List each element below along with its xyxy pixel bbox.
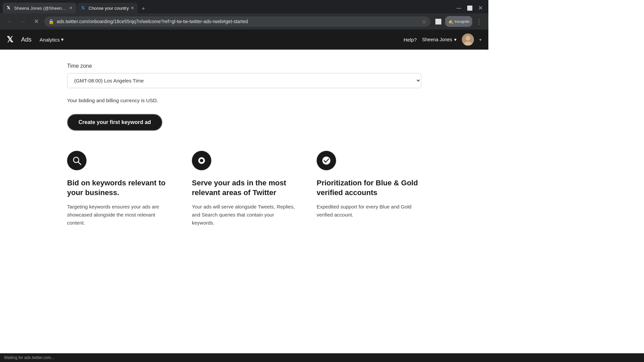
analytics-button[interactable]: Analytics ▾ [40,37,64,43]
incognito-label: Incognito [454,19,470,23]
feature-3: Prioritization for Blue & Gold verified … [317,151,421,227]
feature-1: Bid on keywords relevant to your busines… [67,151,172,227]
feature-2-desc: Your ads will serve alongside Tweets, Re… [192,203,297,227]
tab-2[interactable]: 𝕏 Choose your country × [77,3,138,13]
address-bar-icons: ☆ [422,18,426,25]
avatar-image [462,34,474,46]
verified-icon [322,156,331,165]
new-tab-button[interactable]: + [139,4,148,13]
avatar-chevron[interactable]: ▾ [479,37,482,42]
user-name: Sheena Jones [422,37,452,42]
address-text: ads.twitter.com/onboarding/18ce55njq7n/w… [57,19,419,24]
user-chevron: ▾ [454,37,457,42]
minimize-button[interactable]: ─ [453,3,464,13]
app-container: 𝕏 Ads Analytics ▾ Help? Sheena Jones ▾ ▾ [0,29,488,275]
svg-point-7 [322,157,330,165]
menu-button[interactable]: ⋮ [474,16,484,27]
toolbar-actions: ⬜ 🕵 Incognito ⋮ [433,16,484,27]
user-menu-button[interactable]: Sheena Jones ▾ [422,37,457,42]
close-button[interactable]: ✕ [475,3,486,13]
feature-2-icon [192,151,211,170]
timezone-select[interactable]: (GMT-08:00) Los Angeles Time [67,73,421,88]
analytics-chevron: ▾ [61,37,64,43]
top-nav: 𝕏 Ads Analytics ▾ Help? Sheena Jones ▾ ▾ [0,29,488,50]
feature-3-title: Prioritization for Blue & Gold verified … [317,178,421,197]
feature-3-icon [317,151,336,170]
tab-bar-container: 𝕏 Sheena Jones (@SheenaJone49... × 𝕏 Cho… [0,0,488,13]
browser-chrome: 𝕏 Sheena Jones (@SheenaJone49... × 𝕏 Cho… [0,0,488,29]
feature-1-icon [67,151,87,170]
features-section: Bid on keywords relevant to your busines… [67,151,421,227]
svg-line-4 [78,162,81,165]
tab-1-close[interactable]: × [69,5,72,11]
tab-2-close[interactable]: × [131,5,134,11]
chat-icon [197,156,206,165]
reload-button[interactable]: ✕ [31,16,42,27]
incognito-icon: 🕵 [448,19,453,24]
create-keyword-ad-button[interactable]: Create your first keyword ad [67,114,162,131]
timezone-label: Time zone [67,63,421,69]
address-bar[interactable]: 🔒 ads.twitter.com/onboarding/18ce55njq7n… [44,16,430,27]
feature-2-title: Serve your ads in the most relevant area… [192,178,297,197]
browser-toolbar: ← → ✕ 🔒 ads.twitter.com/onboarding/18ce5… [0,13,488,29]
ads-label: Ads [21,36,32,43]
forward-button[interactable]: → [17,16,28,27]
avatar[interactable] [462,34,474,46]
tab-1-title: Sheena Jones (@SheenaJone49... [14,6,67,11]
feature-3-desc: Expedited support for every Blue and Gol… [317,203,421,219]
timezone-section: Time zone (GMT-08:00) Los Angeles Time [67,63,421,98]
billing-note: Your bidding and billing currency is USD… [67,98,421,103]
page-content: Time zone (GMT-08:00) Los Angeles Time Y… [0,50,488,275]
svg-point-1 [466,36,470,41]
tab-2-favicon: 𝕏 [81,5,87,11]
feature-2: Serve your ads in the most relevant area… [192,151,297,227]
bookmark-icon[interactable]: ☆ [422,18,426,25]
help-button[interactable]: Help? [404,37,417,43]
x-logo: 𝕏 [7,35,13,44]
feature-1-desc: Targeting keywords ensures your ads are … [67,203,172,227]
tab-bar: 𝕏 Sheena Jones (@SheenaJone49... × 𝕏 Cho… [3,3,452,13]
tab-1[interactable]: 𝕏 Sheena Jones (@SheenaJone49... × [3,3,76,13]
back-button[interactable]: ← [4,16,15,27]
nav-right: Help? Sheena Jones ▾ ▾ [404,34,482,46]
search-icon [72,156,82,165]
feature-1-title: Bid on keywords relevant to your busines… [67,178,172,197]
tab-1-favicon: 𝕏 [7,5,12,11]
extensions-button[interactable]: ⬜ [433,16,444,27]
analytics-label: Analytics [40,37,60,43]
nav-left: 𝕏 Ads Analytics ▾ [7,35,64,44]
restore-button[interactable]: ⬜ [464,3,475,13]
lock-icon: 🔒 [48,19,54,24]
tab-2-title: Choose your country [89,6,129,11]
incognito-badge: 🕵 Incognito [445,16,472,27]
svg-point-6 [200,159,203,162]
